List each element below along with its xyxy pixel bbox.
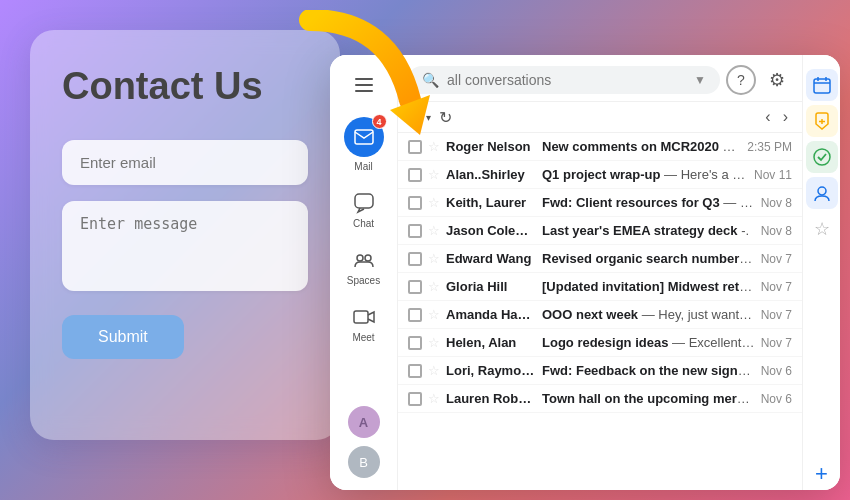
sidebar-avatars: A B [348,406,380,478]
email-sender: Jason Coleman [446,223,536,238]
email-subject: Revised organic search numbers s... [542,251,755,266]
email-subject: Fwd: Client resources for Q3 — R... [542,195,755,210]
email-sender: Lori, Raymond [446,363,536,378]
contact-card: Contact Us Submit [30,30,340,440]
meet-icon [351,304,377,330]
email-time: Nov 8 [761,224,792,238]
tasks-icon[interactable] [806,141,838,173]
email-star-icon[interactable]: ☆ [428,223,440,238]
svg-point-12 [814,149,830,165]
hamburger-lines [355,78,373,92]
email-row[interactable]: ☆ Helen, Alan Logo redesign ideas — Exce… [398,329,802,357]
email-star-icon[interactable]: ☆ [428,335,440,350]
email-row[interactable]: ☆ Edward Wang Revised organic search num… [398,245,802,273]
menu-icon[interactable] [348,69,380,101]
email-checkbox[interactable] [408,140,422,154]
next-page-button[interactable]: › [779,106,792,128]
email-checkbox[interactable] [408,252,422,266]
email-subject: Logo redesign ideas — Excellent.hi... [542,335,755,350]
email-row[interactable]: ☆ Keith, Laurer Fwd: Client resources fo… [398,189,802,217]
search-input[interactable] [447,72,686,88]
gmail-sidebar: 4 Mail Chat Spaces [330,55,398,490]
email-time: Nov 7 [761,252,792,266]
email-checkbox[interactable] [408,392,422,406]
gmail-search-bar: 🔍 ▼ ? ⚙ [398,55,802,102]
sidebar-item-chat[interactable]: Chat [330,184,397,235]
sidebar-item-mail[interactable]: 4 Mail [330,111,397,178]
mail-badge: 4 [372,114,387,129]
svg-rect-6 [814,79,830,93]
search-icon: 🔍 [422,72,439,88]
email-row[interactable]: ☆ Gloria Hill [Updated invitation] Midwe… [398,273,802,301]
add-icon[interactable]: + [806,458,838,490]
search-box[interactable]: 🔍 ▼ [408,66,720,94]
email-checkbox[interactable] [408,280,422,294]
email-input[interactable] [62,140,308,185]
help-icon[interactable]: ? [726,65,756,95]
email-sender: Alan..Shirley [446,167,536,182]
contact-title: Contact Us [62,66,308,108]
email-list: ☆ Roger Nelson New comments on MCR2020 d… [398,133,802,490]
email-subject: [Updated invitation] Midwest reta... [542,279,755,294]
email-time: Nov 7 [761,280,792,294]
select-dropdown-icon[interactable]: ▾ [426,112,431,123]
email-row[interactable]: ☆ Alan..Shirley Q1 project wrap-up — Her… [398,161,802,189]
email-star-icon[interactable]: ☆ [428,195,440,210]
message-input[interactable] [62,201,308,291]
email-star-icon[interactable]: ☆ [428,307,440,322]
email-sender: Edward Wang [446,251,536,266]
email-subject: Q1 project wrap-up — Here's a li 📎 [542,167,748,182]
email-subject: Last year's EMEA strategy deck -. [542,223,755,238]
mail-icon-wrap: 4 [344,117,384,157]
contacts-icon[interactable] [806,177,838,209]
keep-icon[interactable] [806,105,838,137]
email-checkbox[interactable] [408,168,422,182]
email-sender: Lauren Roberts [446,391,536,406]
email-sender: Amanda Hayes [446,307,536,322]
avatar-1[interactable]: A [348,406,380,438]
sidebar-spaces-label: Spaces [347,275,380,286]
email-time: 2:35 PM [747,140,792,154]
svg-rect-5 [354,311,368,323]
spaces-icon [351,247,377,273]
select-all-checkbox[interactable] [408,110,422,124]
sidebar-item-spaces[interactable]: Spaces [330,241,397,292]
email-checkbox[interactable] [408,308,422,322]
gmail-toolbar: ▾ ↻ ‹ › [398,102,802,133]
email-checkbox[interactable] [408,224,422,238]
settings-icon[interactable]: ⚙ [762,65,792,95]
email-subject: OOO next week — Hey, just wantd ... [542,307,755,322]
email-sender: Gloria Hill [446,279,536,294]
prev-page-button[interactable]: ‹ [761,106,774,128]
email-row[interactable]: ☆ Lauren Roberts Town hall on the upcomi… [398,385,802,413]
email-row[interactable]: ☆ Jason Coleman Last year's EMEA strateg… [398,217,802,245]
email-sender: Roger Nelson [446,139,536,154]
svg-rect-2 [355,194,373,208]
refresh-icon[interactable]: ↻ [439,108,452,127]
svg-point-3 [357,255,363,261]
email-time: Nov 6 [761,364,792,378]
email-subject: Fwd: Feedback on the new signuje... [542,363,755,378]
email-star-icon[interactable]: ☆ [428,279,440,294]
email-row[interactable]: ☆ Lori, Raymond Fwd: Feedback on the new… [398,357,802,385]
svg-point-13 [818,187,826,195]
mail-icon [354,129,374,145]
email-row[interactable]: ☆ Amanda Hayes OOO next week — Hey, just… [398,301,802,329]
search-dropdown-icon[interactable]: ▼ [694,73,706,87]
gmail-main: 🔍 ▼ ? ⚙ ▾ ↻ ‹ › ☆ Roger Nelson New comme… [398,55,802,490]
email-star-icon[interactable]: ☆ [428,251,440,266]
email-star-icon[interactable]: ☆ [428,363,440,378]
email-star-icon[interactable]: ☆ [428,167,440,182]
avatar-2[interactable]: B [348,446,380,478]
email-row[interactable]: ☆ Roger Nelson New comments on MCR2020 d… [398,133,802,161]
email-star-icon[interactable]: ☆ [428,139,440,154]
svg-point-4 [365,255,371,261]
email-star-icon[interactable]: ☆ [428,391,440,406]
email-checkbox[interactable] [408,364,422,378]
calendar-icon[interactable] [806,69,838,101]
submit-button[interactable]: Submit [62,315,184,359]
star-icon[interactable]: ☆ [806,213,838,245]
email-checkbox[interactable] [408,336,422,350]
email-checkbox[interactable] [408,196,422,210]
sidebar-item-meet[interactable]: Meet [330,298,397,349]
